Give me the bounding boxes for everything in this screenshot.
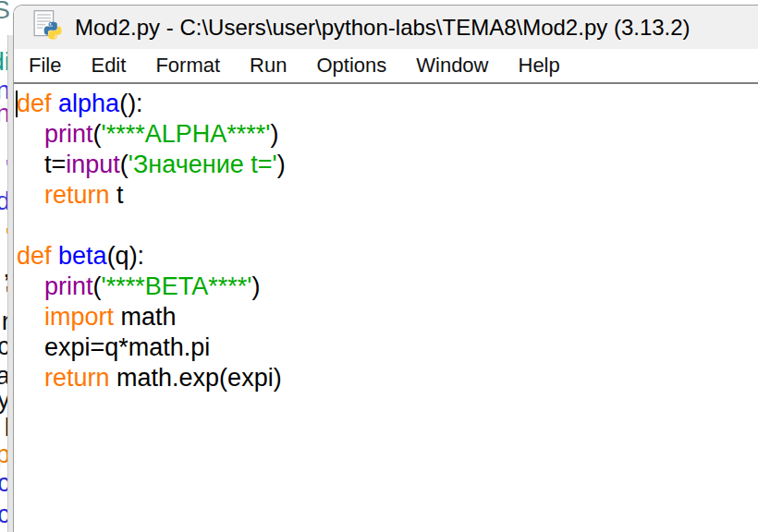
code-token: ) <box>270 120 278 148</box>
code-token: ) <box>251 272 260 300</box>
code-line: t=input('Значение t=') <box>17 150 758 180</box>
menu-item-file[interactable]: File <box>14 54 76 78</box>
code-token: import <box>44 303 114 331</box>
window-title: Mod2.py - C:\Users\user\python-labs\TEMA… <box>75 15 691 41</box>
code-token <box>52 90 59 117</box>
code-line: return math.exp(expi) <box>17 363 758 393</box>
menu-item-options[interactable]: Options <box>301 54 401 78</box>
code-editor[interactable]: def alpha(): print('****ALPHA****') t=in… <box>14 84 758 532</box>
menu-item-run[interactable]: Run <box>235 54 301 78</box>
code-line <box>17 211 758 241</box>
code-token: return <box>44 181 110 209</box>
code-token: math.exp(expi) <box>110 364 282 392</box>
code-line: def beta(q): <box>17 241 758 272</box>
code-token: ( <box>93 120 102 148</box>
code-token: input <box>66 151 120 178</box>
code-token: expi=q*math.pi <box>17 333 210 361</box>
menu-item-format[interactable]: Format <box>141 54 235 78</box>
idle-editor-window: Mod2.py - C:\Users\user\python-labs\TEMA… <box>13 5 758 532</box>
code-token: ) <box>277 151 286 178</box>
code-token <box>52 242 59 270</box>
code-token: print <box>44 272 93 300</box>
code-line: def alpha(): <box>17 89 758 119</box>
code-token: beta <box>58 242 107 270</box>
code-token: print <box>44 120 93 148</box>
code-token <box>17 120 44 148</box>
code-token <box>17 303 44 331</box>
code-line: print('****ALPHA****') <box>17 119 758 150</box>
code-line: print('****BETA****') <box>17 272 758 302</box>
code-token: (q): <box>107 242 145 270</box>
code-line: expi=q*math.pi <box>17 332 758 363</box>
code-token: '****ALPHA****' <box>102 120 271 148</box>
code-token: math <box>114 303 177 331</box>
code-token: t= <box>17 151 66 178</box>
python-file-icon <box>32 10 64 45</box>
code-token: return <box>44 364 110 392</box>
code-token: '****BETA****' <box>102 272 252 300</box>
menu-item-window[interactable]: Window <box>401 54 503 78</box>
code-token: (): <box>119 90 142 117</box>
background-window-fragment: S <box>0 0 10 24</box>
code-line: return t <box>17 180 758 211</box>
code-token <box>17 364 44 392</box>
code-token: alpha <box>58 90 119 117</box>
code-token: def <box>17 90 52 117</box>
menu-item-edit[interactable]: Edit <box>76 54 141 78</box>
title-bar[interactable]: Mod2.py - C:\Users\user\python-labs\TEMA… <box>14 6 758 49</box>
code-token: 'Значение t=' <box>128 151 277 178</box>
menu-bar: FileEditFormatRunOptionsWindowHelp <box>14 49 758 84</box>
code-token: ( <box>93 272 102 300</box>
code-token: def <box>17 242 52 270</box>
code-token <box>17 181 44 209</box>
code-line: import math <box>17 302 758 332</box>
code-token: t <box>110 181 124 209</box>
code-token <box>17 272 44 300</box>
code-token: ( <box>120 151 128 178</box>
menu-item-help[interactable]: Help <box>504 54 575 78</box>
